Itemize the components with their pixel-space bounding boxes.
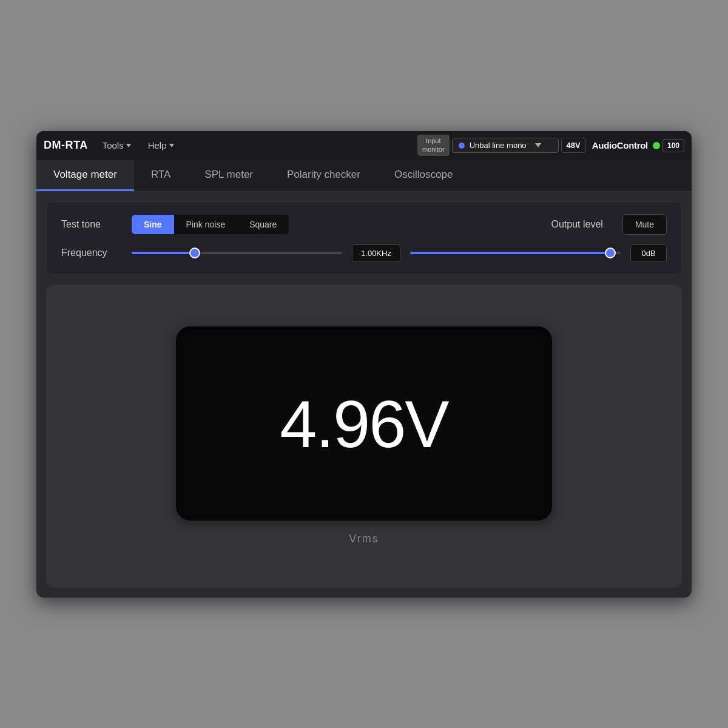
tabs-row: Voltage meter RTA SPL meter Polarity che…: [36, 160, 692, 192]
app-container: DM-RTA Tools Help Inputmonitor Unbal lin…: [36, 131, 692, 598]
phantom-power-button[interactable]: 48V: [561, 138, 586, 153]
frequency-row: Frequency 1.00KHz 0dB: [61, 244, 667, 262]
output-level-label: Output level: [551, 219, 602, 230]
app-title: DM-RTA: [44, 139, 88, 152]
input-monitor-button[interactable]: Inputmonitor: [417, 135, 450, 155]
tab-voltage-meter[interactable]: Voltage meter: [36, 160, 134, 191]
level-slider-track[interactable]: [410, 252, 621, 254]
voltage-display: 4.96V: [176, 326, 552, 521]
frequency-slider-fill: [132, 252, 195, 254]
test-tone-label: Test tone: [61, 219, 122, 230]
tab-oscilloscope[interactable]: Oscilloscope: [377, 160, 470, 191]
tone-square-button[interactable]: Square: [237, 215, 289, 234]
tab-spl-meter[interactable]: SPL meter: [187, 160, 270, 191]
tone-button-group: Sine Pink noise Square: [132, 215, 289, 234]
input-selector-dot: [459, 143, 465, 149]
level-slider-container: [410, 252, 621, 254]
level-badge: 100: [662, 139, 684, 152]
brand-logo: AudioControl: [592, 140, 648, 150]
level-slider-fill: [410, 252, 610, 254]
controls-panel: Test tone Sine Pink noise Square Output …: [46, 201, 682, 275]
frequency-slider-thumb[interactable]: [189, 248, 200, 258]
mute-button[interactable]: Mute: [622, 214, 667, 235]
input-dropdown-icon: [535, 143, 541, 147]
tone-sine-button[interactable]: Sine: [132, 215, 174, 234]
level-slider-thumb[interactable]: [605, 248, 616, 258]
connection-status-icon: [653, 142, 660, 149]
test-tone-row: Test tone Sine Pink noise Square Output …: [61, 214, 667, 235]
frequency-slider-track[interactable]: [132, 252, 342, 254]
input-selector[interactable]: Unbal line mono: [452, 138, 559, 153]
help-menu[interactable]: Help: [141, 136, 181, 154]
tab-polarity-checker[interactable]: Polarity checker: [270, 160, 377, 191]
main-display-area: 4.96V Vrms: [46, 285, 682, 588]
help-arrow-icon: [169, 144, 174, 147]
level-display: 0dB: [630, 244, 667, 262]
frequency-display: 1.00KHz: [352, 244, 400, 262]
tools-menu[interactable]: Tools: [95, 136, 138, 154]
voltage-value: 4.96V: [280, 385, 448, 462]
menu-bar: DM-RTA Tools Help Inputmonitor Unbal lin…: [36, 131, 692, 160]
frequency-label: Frequency: [61, 248, 122, 258]
tone-pink-noise-button[interactable]: Pink noise: [174, 215, 238, 234]
tab-rta[interactable]: RTA: [134, 160, 187, 191]
frequency-slider-container: [132, 252, 342, 254]
tools-arrow-icon: [126, 144, 131, 147]
unit-label: Vrms: [349, 533, 379, 545]
